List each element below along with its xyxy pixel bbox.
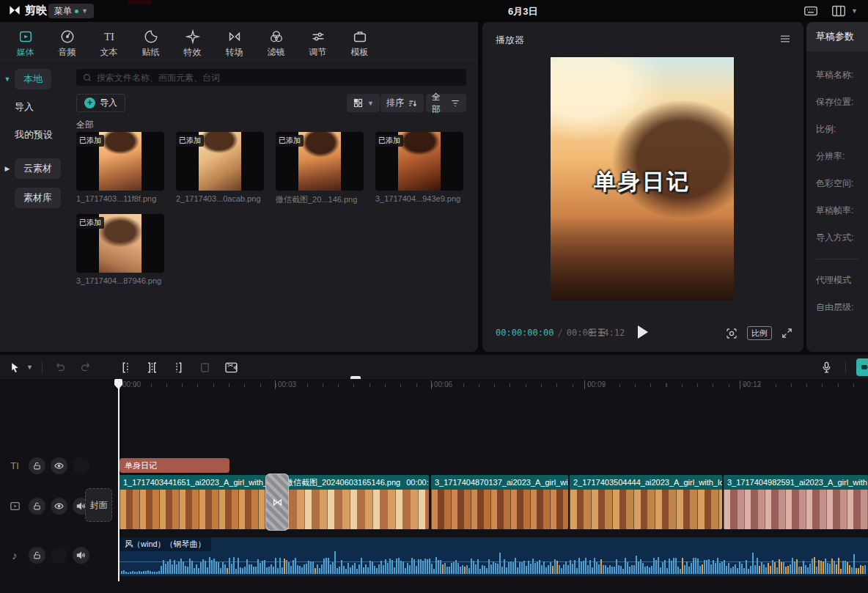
video-clip[interactable]: 3_1717404982591_ai2023_A_girl_with bbox=[724, 475, 868, 529]
trim-right-icon[interactable] bbox=[170, 358, 188, 376]
tab-media[interactable]: 媒体 bbox=[4, 26, 46, 59]
split-clip-icon[interactable] bbox=[144, 358, 161, 376]
menu-button[interactable]: 菜单 ▼ bbox=[48, 4, 94, 18]
video-track: 1_1717403441651_ai2023_A_girl_with_lo 微信… bbox=[0, 475, 868, 529]
shortcut-keyboard-icon[interactable] bbox=[803, 3, 819, 19]
text-clip-label: 单身日记 bbox=[125, 460, 157, 471]
video-clip[interactable]: 3_1717404870137_ai2023_A_girl_with bbox=[431, 475, 568, 529]
transition-element[interactable] bbox=[265, 474, 289, 531]
audio-icon bbox=[59, 29, 76, 45]
media-item[interactable]: 已添加 3_1717404...943e9.png bbox=[375, 132, 463, 203]
filter-button[interactable]: 全部 bbox=[426, 94, 466, 112]
media-library-panel: 媒体 音频 TI 文本 贴纸 bbox=[0, 22, 478, 352]
clip-thumbnails bbox=[282, 490, 429, 529]
ruler-label: 00:03 bbox=[275, 380, 296, 389]
player-menu-icon[interactable] bbox=[779, 32, 792, 45]
media-thumbnail[interactable]: 已添加 bbox=[76, 132, 164, 191]
trim-left-icon[interactable] bbox=[117, 358, 135, 376]
lock-icon[interactable] bbox=[29, 547, 45, 564]
media-item[interactable]: 已添加 1_1717403...11f8f.png bbox=[76, 132, 164, 203]
clip-filename: 3_1717404982591_ai2023_A_girl_with bbox=[727, 478, 867, 487]
record-camera-button[interactable] bbox=[856, 358, 868, 376]
added-badge: 已添加 bbox=[375, 135, 403, 147]
player-controls: 00:00:00:00/00:00:14:12 比例 bbox=[482, 323, 803, 345]
timeline-toolbar: ▼ bbox=[0, 355, 868, 379]
media-item[interactable]: 已添加 微信截图_20...146.png bbox=[276, 132, 364, 205]
sidebar-item-presets[interactable]: 我的预设 bbox=[0, 125, 70, 145]
search-input[interactable] bbox=[97, 73, 460, 83]
search-bar[interactable] bbox=[76, 69, 466, 86]
media-thumbnail[interactable]: 已添加 bbox=[276, 132, 364, 191]
chevron-down-icon[interactable]: ▼ bbox=[851, 7, 858, 15]
text-clip[interactable]: 单身日记 bbox=[119, 458, 229, 473]
preview-quality-icon[interactable] bbox=[725, 327, 738, 340]
media-item[interactable]: 已添加 2_1717403...0acab.png bbox=[176, 132, 264, 203]
added-badge: 已添加 bbox=[76, 135, 104, 147]
sidebar-item-stock[interactable]: 素材库 bbox=[0, 188, 70, 208]
media-thumbnail[interactable]: 已添加 bbox=[176, 132, 264, 191]
sidebar-item-label: 素材库 bbox=[15, 188, 61, 208]
ratio-button[interactable]: 比例 bbox=[747, 326, 772, 340]
app-logo: 剪映 bbox=[7, 3, 47, 18]
caret-right-icon: ▶ bbox=[0, 165, 15, 172]
clip-thumbnails bbox=[119, 490, 277, 529]
tab-adjust[interactable]: 调节 bbox=[297, 26, 339, 59]
frame-preview-icon[interactable] bbox=[589, 328, 605, 337]
chevron-down-icon[interactable]: ▼ bbox=[26, 364, 33, 371]
tab-label: 特效 bbox=[184, 46, 202, 59]
video-clip[interactable]: 微信截图_20240603165146.png 00:00:0 bbox=[282, 475, 429, 529]
template-icon bbox=[352, 29, 368, 45]
clip-thumbnails bbox=[570, 490, 722, 529]
sidebar-item-local[interactable]: ▼ 本地 bbox=[0, 69, 70, 89]
draft-field-colorspace: 色彩空间: bbox=[816, 177, 868, 190]
redo-icon[interactable] bbox=[78, 358, 95, 376]
media-thumbnail[interactable]: 已添加 bbox=[375, 132, 463, 191]
sort-button[interactable]: 排序 bbox=[380, 94, 424, 112]
media-item[interactable]: 已添加 3_1717404...87946.png bbox=[76, 214, 164, 285]
draft-field-name: 草稿名称: bbox=[816, 69, 868, 81]
text-icon: TI bbox=[101, 29, 117, 45]
tab-audio[interactable]: 音频 bbox=[46, 26, 88, 59]
tab-sticker[interactable]: 贴纸 bbox=[130, 26, 172, 59]
asset-tabbar: 媒体 音频 TI 文本 贴纸 bbox=[0, 22, 478, 60]
eye-icon[interactable] bbox=[51, 457, 67, 474]
view-mode-button[interactable]: ▼ bbox=[347, 94, 380, 112]
play-button[interactable] bbox=[638, 325, 648, 339]
media-thumbnail[interactable]: 已添加 bbox=[76, 214, 164, 273]
playhead-line[interactable] bbox=[118, 379, 119, 581]
select-cursor-icon[interactable] bbox=[6, 358, 23, 376]
audio-clip[interactable]: 风（wind）（钢琴曲） bbox=[119, 537, 868, 576]
tab-text[interactable]: TI 文本 bbox=[88, 26, 130, 59]
video-preview[interactable]: 单身日记 bbox=[551, 57, 734, 301]
microphone-icon[interactable] bbox=[817, 358, 835, 376]
tab-effects[interactable]: 特效 bbox=[172, 26, 213, 59]
mirror-audio-icon[interactable]: ✂ bbox=[223, 358, 240, 376]
transition-icon bbox=[227, 29, 243, 45]
sidebar-item-cloud[interactable]: ▶ 云素材 bbox=[0, 158, 70, 179]
tab-label: 媒体 bbox=[17, 46, 34, 59]
lock-icon[interactable] bbox=[29, 457, 45, 474]
undo-icon[interactable] bbox=[51, 358, 69, 376]
tab-label: 模板 bbox=[351, 46, 369, 59]
import-button[interactable]: + 导入 bbox=[76, 94, 125, 112]
tab-templates[interactable]: 模板 bbox=[339, 26, 380, 59]
audio-waveform bbox=[121, 548, 867, 574]
tab-filters[interactable]: 滤镜 bbox=[255, 26, 297, 59]
ruler-label: 00:06 bbox=[431, 380, 452, 389]
layout-panels-icon[interactable] bbox=[831, 3, 847, 19]
media-nav: ▼ 本地 导入 我的预设 ▶ 云素材 素材库 bbox=[0, 60, 70, 351]
section-all-label: 全部 bbox=[76, 119, 94, 131]
fullscreen-icon[interactable] bbox=[781, 327, 793, 339]
ruler-label: 00:12 bbox=[740, 380, 761, 389]
audio-track-header: ♪ bbox=[6, 546, 89, 564]
preview-title-overlay[interactable]: 单身日记 bbox=[551, 167, 734, 197]
tab-transitions[interactable]: 转场 bbox=[213, 26, 255, 59]
video-clip[interactable]: 2_1717403504444_ai2023_A_girl_with_long bbox=[570, 475, 722, 529]
delete-clip-icon[interactable] bbox=[196, 358, 214, 376]
sidebar-item-import[interactable]: 导入 bbox=[0, 97, 70, 117]
speaker-icon[interactable] bbox=[73, 547, 89, 564]
scissors-glyph: ✂ bbox=[227, 361, 233, 369]
video-clip[interactable]: 1_1717403441651_ai2023_A_girl_with_lo bbox=[119, 475, 277, 529]
ruler-label: 00:00 bbox=[119, 380, 141, 389]
thumbnail-image bbox=[99, 214, 141, 273]
